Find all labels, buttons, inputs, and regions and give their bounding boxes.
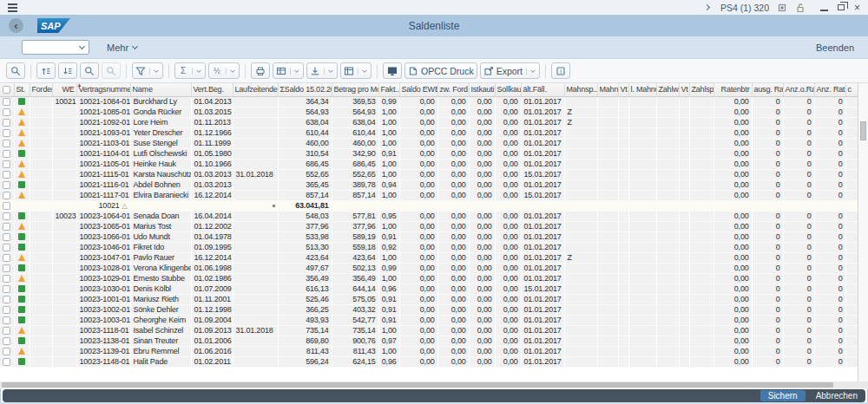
sum-button[interactable]: Σ (174, 62, 206, 79)
row-checkbox[interactable] (3, 160, 10, 168)
chevron-down-icon[interactable] (324, 68, 334, 75)
maximize-icon[interactable] (838, 4, 845, 10)
row-checkbox[interactable] (3, 129, 10, 137)
col-header-cut[interactable]: c (845, 83, 858, 96)
table-row[interactable]: 10021-1092-01Lore Heim01.11.2013638,0463… (0, 117, 858, 127)
col-header-faell[interactable]: ält.Fäll. (521, 83, 564, 96)
row-checkbox[interactable] (3, 348, 10, 355)
beenden-button[interactable]: Beenden (816, 42, 858, 53)
minimize-icon[interactable] (820, 10, 828, 11)
col-header-fakt[interactable]: Fakt.. (378, 83, 399, 96)
graphic-button[interactable] (383, 62, 402, 79)
table-row[interactable]: 10021-1093-01Yeter Drescher01.12.1966610… (0, 127, 858, 138)
row-checkbox[interactable] (3, 254, 10, 262)
table-row[interactable]: 10021-1105-01Heinke Hauk01.10.1966686,45… (0, 159, 858, 169)
chevron-down-icon[interactable] (192, 68, 202, 75)
row-checkbox[interactable] (3, 296, 10, 303)
row-checkbox[interactable] (3, 306, 10, 314)
table-row[interactable]: 10023-1118-01Isabel Schinzel01.09.201331… (0, 325, 858, 336)
col-header-ist[interactable]: Istkauti.. (469, 83, 495, 96)
table-row[interactable]: 10021-1104-01Lutfi Olschewski01.05.19803… (0, 148, 858, 159)
row-checkbox[interactable] (3, 244, 10, 251)
col-header-zahlsp[interactable]: Zahlsp.. (689, 83, 713, 96)
info-button[interactable]: i (551, 62, 570, 79)
chevron-down-icon[interactable] (290, 68, 300, 75)
unlock-icon[interactable] (795, 3, 806, 13)
print-button[interactable] (251, 62, 270, 79)
col-header-vt2[interactable]: Vt (679, 83, 689, 96)
row-checkbox[interactable] (3, 316, 10, 324)
col-header-anzr[interactable]: Anz. Rat.. (814, 83, 845, 96)
mehr-menu[interactable]: Mehr (107, 42, 137, 53)
col-header-soll[interactable]: Sollkaut.. (495, 83, 521, 96)
col-header-ausg[interactable]: ausg. Ra.. (752, 83, 783, 96)
layout-button[interactable] (340, 62, 372, 79)
horizontal-scrollbar[interactable] (0, 381, 868, 388)
close-icon[interactable]: × (854, 3, 860, 12)
row-checkbox[interactable] (3, 98, 10, 106)
row-checkbox[interactable] (3, 327, 10, 335)
row-checkbox[interactable] (3, 285, 10, 293)
sort-asc-button[interactable] (36, 62, 56, 79)
col-header-vt1[interactable]: Vt (618, 83, 628, 96)
vertical-scrollbar[interactable] (858, 83, 868, 381)
back-button[interactable]: ‹ (9, 18, 23, 33)
subtotal-button[interactable]: ½ (208, 62, 240, 79)
col-header-betrag[interactable]: Betrag pro Monat (332, 83, 378, 96)
subtotal-row[interactable]: 10021△63.041,81 (0, 200, 858, 211)
hamburger-menu-icon[interactable] (8, 3, 17, 12)
command-field[interactable] (22, 40, 89, 55)
table-row[interactable]: 10023-1066-01Udo Mundt01.04.1978533,9858… (0, 231, 858, 242)
views-button[interactable] (273, 62, 304, 79)
col-header-anzo[interactable]: Anz.o.Ra.. (783, 83, 814, 96)
row-checkbox[interactable] (3, 264, 10, 272)
col-header-end[interactable]: Laufzeitende (233, 83, 278, 96)
row-checkbox[interactable] (3, 181, 10, 189)
col-header-mahnst[interactable]: Mahnst. (597, 83, 618, 96)
row-checkbox[interactable] (3, 212, 10, 220)
sort-desc-button[interactable] (58, 62, 77, 79)
row-checkbox[interactable] (3, 358, 10, 366)
chevron-down-icon[interactable] (149, 68, 160, 75)
horizontal-scrollbar-thumb[interactable] (2, 382, 833, 388)
col-header-cb[interactable] (0, 83, 14, 96)
table-row[interactable]: 10023-1046-01Fikret Ido01.09.1995513,305… (0, 242, 858, 252)
table-row[interactable]: 1002110021-1084-01Burckhard Ly01.04.2013… (0, 96, 858, 107)
row-checkbox[interactable] (3, 192, 10, 199)
chevron-down-icon[interactable] (226, 68, 236, 75)
row-checkbox[interactable] (3, 171, 10, 179)
vertical-scrollbar-thumb[interactable] (860, 121, 866, 140)
table-row[interactable]: 10023-1065-01Marius Tost01.12.2002377,96… (0, 221, 858, 231)
col-header-we[interactable]: WE (52, 83, 76, 96)
table-row[interactable]: 10021-1103-01Suse Stengel01.11.1999460,0… (0, 138, 858, 148)
find-button[interactable] (80, 62, 99, 79)
opcc-druck-button[interactable]: OPCC Druck (404, 62, 477, 79)
table-row[interactable]: 10021-1116-01Abdel Bohnen01.03.2013365,4… (0, 179, 858, 190)
col-header-zw[interactable]: zw. Ford. (437, 83, 469, 96)
save-button[interactable]: Sichern (760, 390, 806, 401)
local-export-button[interactable] (306, 62, 338, 79)
col-header-nr[interactable]: Vertragsnummer▲ (76, 83, 130, 96)
chevron-down-icon[interactable] (358, 68, 368, 75)
table-row[interactable]: 10023-1138-01Sinan Treuter01.01.2006869,… (0, 336, 858, 346)
select-all-checkbox[interactable] (3, 86, 10, 94)
table-row[interactable]: 10023-1139-01Ebru Remmel01.06.2016811,43… (0, 346, 858, 356)
col-header-saldo[interactable]: ΣSaldo 15.02.2018 (278, 83, 332, 96)
row-checkbox[interactable] (3, 150, 10, 158)
col-header-st[interactable]: St. (14, 83, 30, 96)
col-header-zahlw[interactable]: Zahlw. (656, 83, 679, 96)
table-row[interactable]: 10023-1003-01Gheorghe Keim01.09.2004493,… (0, 315, 858, 325)
table-row[interactable]: 10023-1028-01Verona Klingenberg01.06.199… (0, 263, 858, 273)
col-header-ewb[interactable]: Saldo EWB (399, 83, 437, 96)
row-checkbox[interactable] (3, 202, 10, 210)
table-row[interactable]: 10023-1002-01Sönke Dehler01.12.1998366,2… (0, 304, 858, 315)
col-header-raten[interactable]: Ratenbtr (713, 83, 752, 96)
row-checkbox[interactable] (3, 275, 10, 283)
find-next-button[interactable] (102, 62, 121, 79)
chevron-down-icon[interactable] (526, 68, 536, 75)
row-checkbox[interactable] (3, 233, 10, 241)
row-checkbox[interactable] (3, 119, 10, 127)
session-keep-icon[interactable] (777, 3, 787, 13)
table-row[interactable]: 10021-1117-01Elvira Baraniecki16.12.2014… (0, 190, 858, 200)
table-row[interactable]: 1002310023-1064-01Senada Doan16.04.20145… (0, 211, 858, 221)
